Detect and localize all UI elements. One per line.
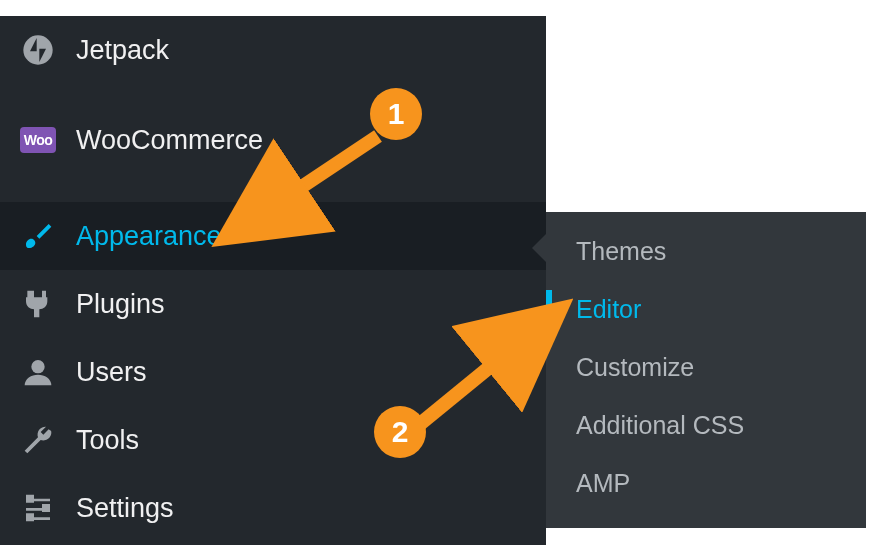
submenu-item-label: Customize [576, 353, 694, 382]
submenu-item-label: Themes [576, 237, 666, 266]
sidebar-item-label: Users [76, 357, 147, 388]
woo-icon: Woo [20, 127, 56, 153]
brush-icon [20, 218, 56, 254]
sidebar-item-plugins[interactable]: Plugins [0, 270, 546, 338]
submenu-item-label: Additional CSS [576, 411, 744, 440]
submenu-item-customize[interactable]: Customize [546, 338, 866, 396]
sidebar-item-label: WooCommerce [76, 125, 263, 156]
submenu-item-editor[interactable]: Editor [546, 280, 866, 338]
submenu-item-label: AMP [576, 469, 630, 498]
user-icon [20, 354, 56, 390]
sidebar-item-users[interactable]: Users [0, 338, 546, 406]
sidebar-item-tools[interactable]: Tools [0, 406, 546, 474]
submenu-item-themes[interactable]: Themes [546, 222, 866, 280]
plug-icon [20, 286, 56, 322]
submenu-item-additional-css[interactable]: Additional CSS [546, 396, 866, 454]
sidebar-item-appearance[interactable]: Appearance [0, 202, 546, 270]
appearance-submenu: Themes Editor Customize Additional CSS A… [546, 212, 866, 528]
admin-sidebar: Jetpack Woo WooCommerce Appearance Plugi… [0, 16, 546, 545]
submenu-item-label: Editor [576, 295, 641, 324]
sidebar-item-jetpack[interactable]: Jetpack [0, 16, 546, 84]
jetpack-icon [20, 32, 56, 68]
sidebar-item-label: Jetpack [76, 35, 169, 66]
sidebar-item-label: Settings [76, 493, 174, 524]
sliders-icon [20, 490, 56, 526]
submenu-item-amp[interactable]: AMP [546, 454, 866, 512]
sidebar-item-woocommerce[interactable]: Woo WooCommerce [0, 106, 546, 174]
wrench-icon [20, 422, 56, 458]
sidebar-item-label: Plugins [76, 289, 165, 320]
sidebar-item-label: Tools [76, 425, 139, 456]
svg-point-1 [31, 360, 44, 373]
sidebar-item-settings[interactable]: Settings [0, 474, 546, 542]
sidebar-item-label: Appearance [76, 221, 222, 252]
svg-point-0 [23, 35, 52, 64]
